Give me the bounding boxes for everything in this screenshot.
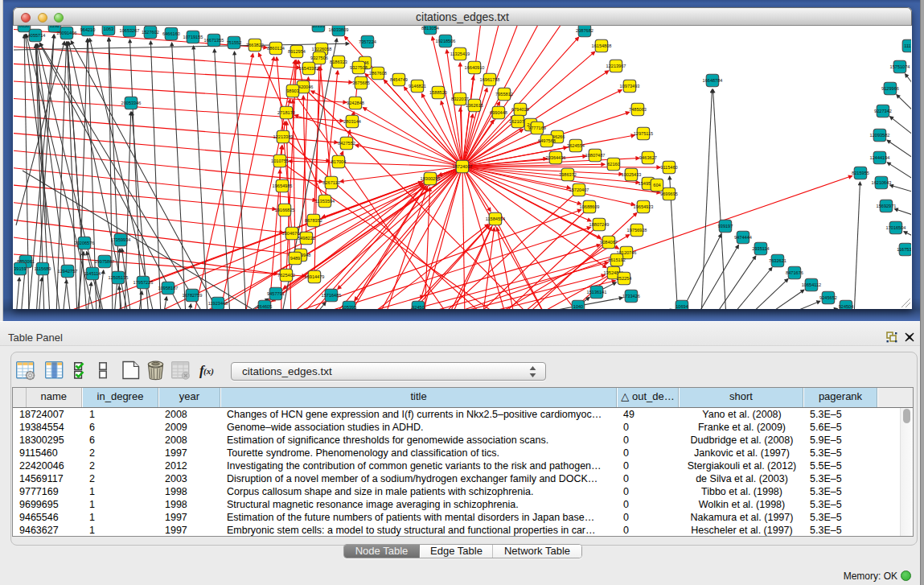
svg-text:8678352: 8678352 [305, 218, 322, 223]
svg-text:11353594: 11353594 [315, 199, 335, 204]
svg-text:9777169: 9777169 [528, 126, 546, 130]
svg-text:19218506: 19218506 [436, 39, 456, 43]
svg-text:1040: 1040 [573, 304, 583, 309]
svg-text:16648784: 16648784 [703, 78, 723, 83]
svg-text:16210643: 16210643 [872, 180, 892, 185]
svg-text:13226058: 13226058 [312, 47, 332, 51]
svg-text:8427552: 8427552 [338, 141, 355, 146]
svg-text:9474444: 9474444 [734, 235, 752, 240]
svg-text:7986372: 7986372 [559, 172, 577, 177]
svg-text:20206576: 20206576 [75, 241, 95, 245]
svg-text:9327508: 9327508 [350, 65, 368, 70]
svg-text:16914479: 16914479 [305, 274, 325, 279]
svg-text:1527602: 1527602 [142, 30, 159, 35]
svg-text:16033809: 16033809 [329, 27, 349, 32]
svg-text:7357224: 7357224 [359, 39, 376, 44]
svg-text:62160: 62160 [607, 162, 620, 167]
svg-text:10688609: 10688609 [580, 204, 600, 209]
svg-text:5498222: 5498222 [298, 236, 315, 241]
svg-text:1010755: 1010755 [271, 159, 289, 163]
svg-text:1615192: 1615192 [608, 257, 626, 262]
svg-text:7485063: 7485063 [629, 107, 647, 112]
svg-text:16154808: 16154808 [592, 43, 612, 48]
svg-text:20053346: 20053346 [121, 101, 142, 105]
svg-text:17957225: 17957225 [133, 280, 154, 285]
svg-text:264605: 264605 [257, 304, 273, 309]
svg-text:1063: 1063 [104, 27, 113, 31]
svg-text:9327506: 9327506 [310, 56, 328, 60]
svg-text:924504: 924504 [839, 304, 854, 309]
svg-text:9115460: 9115460 [660, 165, 677, 170]
svg-text:15720407: 15720407 [569, 187, 589, 192]
svg-text:2087682: 2087682 [576, 28, 593, 33]
svg-text:1621072: 1621072 [509, 119, 527, 124]
svg-text:8267110: 8267110 [322, 180, 339, 185]
svg-text:3675685: 3675685 [352, 80, 370, 85]
svg-text:105395: 105395 [342, 305, 357, 309]
svg-text:15751074: 15751074 [890, 64, 910, 69]
svg-text:20091406: 20091406 [57, 31, 77, 35]
svg-text:15692971: 15692971 [877, 204, 897, 208]
svg-text:17016504: 17016504 [886, 225, 906, 230]
svg-text:1588520: 1588520 [429, 90, 447, 95]
svg-text:10958187: 10958187 [158, 286, 179, 290]
svg-text:9146821: 9146821 [409, 84, 426, 89]
svg-text:18300295: 18300295 [421, 176, 441, 181]
svg-text:12942757: 12942757 [58, 269, 78, 274]
svg-text:19654923: 19654923 [634, 204, 654, 209]
svg-text:16961758: 16961758 [480, 77, 500, 82]
svg-text:1733426: 1733426 [622, 294, 640, 299]
svg-text:8186323: 8186323 [330, 60, 347, 64]
svg-text:2803144: 2803144 [343, 119, 361, 124]
svg-text:16671355: 16671355 [204, 38, 224, 43]
svg-text:964210: 964210 [80, 27, 96, 32]
svg-text:9699695: 9699695 [660, 192, 678, 196]
svg-text:10807487: 10807487 [585, 153, 606, 158]
svg-text:9457791: 9457791 [267, 291, 285, 296]
svg-text:16782759: 16782759 [183, 293, 203, 298]
svg-text:16543382: 16543382 [299, 66, 319, 71]
svg-text:817004: 817004 [331, 159, 347, 164]
svg-text:(x): (x) [203, 366, 214, 377]
svg-text:10973493: 10973493 [620, 84, 640, 89]
svg-text:10025433: 10025433 [622, 172, 642, 177]
svg-text:2935114: 2935114 [752, 246, 769, 251]
svg-text:9242848: 9242848 [347, 101, 364, 105]
svg-text:12505135: 12505135 [109, 275, 129, 280]
svg-text:8912954: 8912954 [288, 49, 306, 54]
svg-text:18807249: 18807249 [589, 222, 610, 227]
svg-text:8471676: 8471676 [786, 270, 803, 275]
svg-text:7663822: 7663822 [246, 43, 264, 47]
svg-text:18724007: 18724007 [453, 164, 473, 169]
svg-text:15136141: 15136141 [587, 290, 607, 295]
svg-text:9084067: 9084067 [600, 240, 618, 245]
svg-text:9227342: 9227342 [874, 109, 892, 113]
svg-text:6497568: 6497568 [538, 138, 556, 143]
svg-text:39159: 39159 [14, 266, 27, 271]
svg-text:17359934: 17359934 [111, 237, 131, 242]
svg-text:2867608: 2867608 [369, 71, 387, 76]
svg-text:1145114: 1145114 [84, 271, 101, 276]
svg-text:8215955: 8215955 [852, 171, 869, 175]
svg-text:1117: 1117 [904, 43, 911, 48]
svg-text:7632621: 7632621 [769, 258, 786, 263]
svg-text:8860124: 8860124 [267, 46, 285, 51]
svg-text:1167533: 1167533 [897, 247, 911, 252]
svg-text:6794028: 6794028 [511, 107, 529, 112]
svg-text:11584554: 11584554 [486, 216, 505, 221]
svg-text:6466160: 6466160 [162, 31, 180, 36]
svg-text:1362615: 1362615 [466, 103, 483, 108]
svg-text:9489: 9489 [290, 256, 300, 261]
svg-text:16640910: 16640910 [465, 65, 485, 70]
svg-text:7625402: 7625402 [277, 273, 295, 278]
svg-text:939197: 939197 [718, 224, 733, 229]
svg-text:10653267: 10653267 [120, 28, 140, 33]
svg-text:604: 604 [653, 183, 660, 187]
svg-text:14055714: 14055714 [26, 33, 46, 38]
svg-text:6990448: 6990448 [490, 110, 507, 115]
svg-text:1292: 1292 [50, 26, 60, 28]
svg-text:10694: 10694 [676, 304, 688, 309]
svg-text:19975867: 19975867 [95, 259, 115, 264]
svg-text:11923448: 11923448 [208, 301, 228, 306]
svg-text:19756928: 19756928 [627, 228, 647, 233]
